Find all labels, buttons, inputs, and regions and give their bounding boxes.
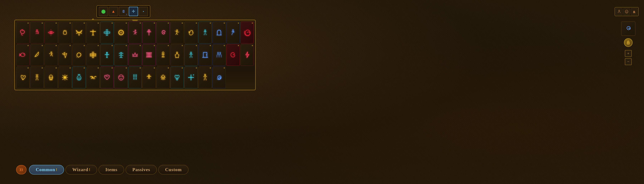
right-slot-face[interactable] xyxy=(623,8,630,15)
spell-slot[interactable] xyxy=(86,66,100,88)
spell-slot[interactable] xyxy=(156,22,170,44)
toolbar-slot-cross[interactable]: ✛ xyxy=(129,7,138,16)
spell-icon xyxy=(229,48,237,62)
toolbar-slot-triangle[interactable]: ▲ xyxy=(109,7,118,16)
spell-icon xyxy=(89,48,97,62)
spell-icon xyxy=(33,26,41,40)
spell-slot[interactable] xyxy=(184,66,198,88)
spell-icon xyxy=(33,48,41,62)
spell-slot[interactable] xyxy=(30,22,44,44)
spell-icon xyxy=(131,26,139,40)
spell-slot[interactable] xyxy=(156,66,170,88)
main-panel: ⬤ ▲ 𝕾 2 ✛ ▪ xyxy=(14,5,250,177)
lock-button[interactable] xyxy=(624,38,632,47)
nav-back-button[interactable]: ⟫⟫ xyxy=(16,165,26,174)
right-slot-char[interactable] xyxy=(616,8,622,15)
spell-slot[interactable] xyxy=(114,66,128,88)
spell-icon xyxy=(61,48,69,62)
spell-slot[interactable] xyxy=(72,66,86,88)
toolbar: ⬤ ▲ 𝕾 2 ✛ ▪ xyxy=(96,5,150,18)
toolbar-slot-square[interactable]: ▪ xyxy=(139,7,148,16)
spell-slot[interactable] xyxy=(58,66,72,88)
spell-slot[interactable] xyxy=(142,66,156,88)
spell-icon xyxy=(47,70,55,84)
zoom-plus-button[interactable]: + xyxy=(625,50,632,57)
spell-slot[interactable] xyxy=(184,44,198,66)
tab-custom[interactable]: Custom xyxy=(158,165,188,174)
spell-slot[interactable] xyxy=(100,22,114,44)
spell-slot[interactable] xyxy=(58,44,72,66)
spell-slot[interactable] xyxy=(44,44,58,66)
spell-icon xyxy=(131,48,139,62)
svg-point-58 xyxy=(136,74,137,76)
spell-icon xyxy=(173,26,181,40)
spell-slot[interactable] xyxy=(198,22,212,44)
spell-slot[interactable] xyxy=(240,22,254,44)
svg-line-49 xyxy=(38,78,38,80)
tab-passives[interactable]: Passives xyxy=(126,165,157,174)
svg-rect-22 xyxy=(90,55,96,56)
spell-slot[interactable] xyxy=(240,44,254,66)
toolbar-slot-snake[interactable]: 𝕾 2 xyxy=(119,7,128,16)
spell-slot[interactable] xyxy=(16,44,30,66)
spell-slot[interactable] xyxy=(114,22,128,44)
spell-slot[interactable] xyxy=(16,66,30,88)
spell-slot[interactable] xyxy=(212,22,226,44)
tab-common[interactable]: Common ! xyxy=(29,165,64,174)
svg-point-59 xyxy=(148,75,150,76)
zoom-minus-button[interactable]: − xyxy=(625,58,632,65)
svg-line-39 xyxy=(192,56,192,58)
spell-slot[interactable] xyxy=(72,22,86,44)
spell-slot[interactable] xyxy=(128,22,142,44)
svg-point-50 xyxy=(50,77,50,78)
spell-icon xyxy=(229,26,237,40)
spell-slot[interactable] xyxy=(128,66,142,88)
spell-icon xyxy=(159,48,167,62)
spell-icon xyxy=(243,26,251,40)
spell-slot[interactable] xyxy=(170,22,184,44)
spell-slot[interactable] xyxy=(226,44,240,66)
spell-slot[interactable] xyxy=(58,22,72,44)
svg-point-69 xyxy=(627,11,628,12)
svg-point-32 xyxy=(162,52,164,54)
spell-icon xyxy=(103,70,111,84)
spell-slot[interactable] xyxy=(198,44,212,66)
tab-wizard[interactable]: Wizard ! xyxy=(66,165,97,174)
spell-slot[interactable] xyxy=(198,66,212,88)
spell-slot[interactable] xyxy=(170,66,184,88)
right-mini-slots xyxy=(615,7,639,16)
spell-slot[interactable] xyxy=(184,22,198,44)
spell-slot[interactable] xyxy=(100,44,114,66)
right-slot-hand[interactable] xyxy=(631,8,638,15)
spell-slot[interactable] xyxy=(142,44,156,66)
spell-icon xyxy=(89,70,97,84)
spell-slot[interactable] xyxy=(44,22,58,44)
spell-icon xyxy=(117,70,125,84)
spell-slot[interactable] xyxy=(212,44,226,66)
svg-point-2 xyxy=(50,32,51,33)
tab-items[interactable]: Items xyxy=(98,165,124,174)
svg-point-36 xyxy=(190,52,192,53)
spell-slot[interactable] xyxy=(170,44,184,66)
spell-slot[interactable] xyxy=(226,22,240,44)
spell-slot[interactable] xyxy=(72,44,86,66)
tab-common-exclaim: ! xyxy=(56,168,58,172)
spell-slot[interactable] xyxy=(128,44,142,66)
right-spell-1[interactable] xyxy=(621,22,636,36)
spell-slot[interactable] xyxy=(212,66,226,88)
spell-slot[interactable] xyxy=(16,22,30,44)
spell-icon xyxy=(159,26,167,40)
toolbar-slot-green[interactable]: ⬤ xyxy=(99,7,108,16)
spell-slot[interactable] xyxy=(86,44,100,66)
spell-slot[interactable] xyxy=(114,44,128,66)
svg-point-51 xyxy=(51,77,52,78)
spell-slot[interactable] xyxy=(142,22,156,44)
spell-icon xyxy=(215,26,223,40)
spell-icon xyxy=(103,26,111,40)
spell-slot[interactable] xyxy=(156,44,170,66)
spell-slot[interactable] xyxy=(30,44,44,66)
spell-slot[interactable] xyxy=(86,22,100,44)
spell-slot[interactable] xyxy=(30,66,44,88)
spell-slot[interactable] xyxy=(100,66,114,88)
spell-slot[interactable] xyxy=(44,66,58,88)
